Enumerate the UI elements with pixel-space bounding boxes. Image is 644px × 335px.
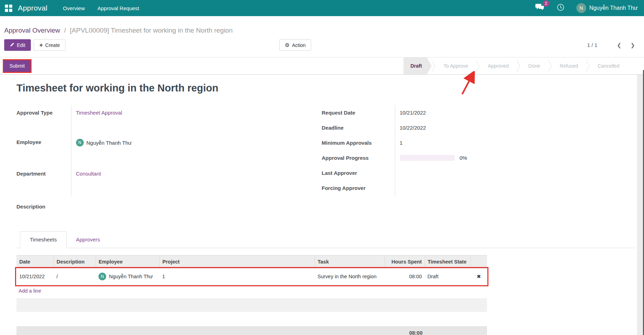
add-a-line-link[interactable]: Add a line — [16, 285, 487, 297]
column-header-timesheet-state[interactable]: Timesheet State — [425, 255, 471, 268]
field-label: Department — [16, 166, 71, 196]
field-minimum-approvals: Minimum Approvals 1 — [322, 135, 635, 150]
messages-button[interactable]: 2 — [535, 4, 545, 13]
deadline-value: 10/22/2022 — [395, 120, 635, 135]
field-label: Minimum Approvals — [322, 135, 395, 150]
timesheet-row[interactable]: 10/21/2022 / N Nguyễn Thanh Thư 1 Survey… — [16, 268, 487, 285]
nav-item-approval-request[interactable]: Approval Request — [91, 1, 145, 16]
column-header-date[interactable]: Date — [16, 255, 54, 268]
nav-item-overview[interactable]: Overview — [56, 1, 91, 16]
row-employee-avatar: N — [98, 273, 106, 280]
cell-timesheet-state[interactable]: Draft — [425, 268, 471, 285]
status-step-approved[interactable]: Approved — [480, 63, 516, 69]
pager-count: 1 / 1 — [587, 42, 597, 48]
field-label: Employee — [16, 135, 71, 166]
field-employee: Employee N Nguyễn Thanh Thư — [16, 135, 322, 166]
field-label: Last Approver — [322, 165, 395, 180]
status-step-to-approve[interactable]: To Approve — [436, 63, 476, 69]
field-label: Deadline — [322, 120, 395, 135]
status-step-refused[interactable]: Refused — [552, 63, 586, 69]
column-header-task[interactable]: Task — [315, 255, 385, 268]
notebook-tabs: Timesheets Approvers — [16, 231, 635, 248]
pager-next-icon[interactable]: ❯ — [630, 42, 635, 48]
table-footer: 08:00 — [16, 326, 487, 335]
breadcrumb-current: [APVL00009] Timesheet for working in the… — [70, 27, 233, 34]
control-panel: Edit + Create ⚙ Action 1 / 1 ❮ ❯ — [0, 39, 644, 51]
approval-progress-bar — [400, 155, 455, 161]
field-deadline: Deadline 10/22/2022 — [322, 120, 635, 135]
edit-button-label: Edit — [17, 42, 25, 48]
chevron-separator-icon — [516, 57, 521, 74]
status-step-draft[interactable]: Draft — [403, 57, 432, 74]
column-header-project[interactable]: Project — [159, 255, 315, 268]
cell-description[interactable]: / — [54, 268, 96, 285]
chevron-separator-icon — [476, 57, 480, 74]
gear-icon: ⚙ — [285, 43, 289, 48]
delete-row-icon[interactable]: ✖ — [471, 268, 487, 285]
record-title: Timesheet for working in the North regio… — [16, 82, 635, 94]
table-header-row: Date Description Employee Project Task H… — [16, 255, 487, 268]
chevron-separator-icon — [432, 57, 436, 74]
form-statusbar: Submit Draft To Approve Approved Done Re… — [0, 57, 644, 75]
last-approver-value — [395, 165, 635, 180]
employee-name[interactable]: Nguyễn Thanh Thư — [87, 139, 132, 146]
action-button[interactable]: ⚙ Action — [279, 39, 311, 51]
activity-button[interactable] — [557, 4, 564, 13]
empty-list-row — [16, 312, 487, 326]
field-last-approver: Last Approver — [322, 165, 635, 180]
empty-list-stripe — [16, 298, 487, 312]
status-step-cancelled[interactable]: Cancelled — [590, 63, 627, 69]
submit-button[interactable]: Submit — [4, 60, 30, 72]
top-navbar: Approval Overview Approval Request 2 N N… — [0, 0, 644, 16]
timesheet-table: Date Description Employee Project Task H… — [16, 255, 487, 285]
hours-spent-total: 08:00 — [385, 326, 425, 335]
cell-project[interactable]: 1 — [159, 268, 315, 285]
column-header-hours-spent[interactable]: Hours Spent — [385, 255, 425, 268]
minimum-approvals-value: 1 — [395, 135, 635, 150]
plus-icon: + — [39, 43, 43, 48]
tab-timesheets[interactable]: Timesheets — [20, 231, 67, 248]
field-department: Department Consultant — [16, 166, 322, 196]
employee-avatar: N — [76, 139, 84, 146]
forcing-approver-value — [395, 180, 635, 196]
field-label: Approval Progress — [322, 150, 395, 165]
tab-approvers[interactable]: Approvers — [67, 232, 109, 248]
breadcrumb: Approval Overview / [APVL00009] Timeshee… — [0, 16, 644, 34]
field-label: Request Date — [322, 105, 395, 120]
department-link[interactable]: Consultant — [76, 171, 101, 177]
vertical-scrollbar-track[interactable] — [637, 75, 643, 335]
field-groups: Approval Type Timesheet Approval Employe… — [16, 105, 635, 196]
cell-date[interactable]: 10/21/2022 — [16, 268, 54, 285]
action-button-label: Action — [292, 42, 306, 48]
user-name[interactable]: Nguyễn Thanh Thư — [589, 5, 638, 11]
cell-employee[interactable]: N Nguyễn Thanh Thư — [96, 268, 159, 285]
field-forcing-approver: Forcing Approver — [322, 180, 635, 196]
pencil-icon — [10, 42, 14, 48]
apps-menu-icon[interactable] — [5, 5, 12, 12]
approval-progress-value: 0% — [460, 155, 467, 161]
row-employee-name: Nguyễn Thanh Thư — [109, 274, 153, 279]
cell-hours-spent[interactable]: 08:00 — [385, 268, 425, 285]
create-button[interactable]: + Create — [34, 39, 66, 51]
breadcrumb-parent-link[interactable]: Approval Overview — [4, 27, 60, 34]
edit-button[interactable]: Edit — [4, 39, 31, 51]
cell-task[interactable]: Survey in the North region — [315, 268, 385, 285]
user-avatar[interactable]: N — [576, 3, 586, 13]
app-title: Approval — [18, 4, 47, 12]
field-group-left: Approval Type Timesheet Approval Employe… — [16, 105, 322, 196]
description-label: Description — [16, 203, 635, 210]
clock-icon — [557, 4, 564, 13]
approval-type-link[interactable]: Timesheet Approval — [76, 110, 122, 116]
form-sheet: Timesheet for working in the North regio… — [0, 75, 644, 335]
field-label: Forcing Approver — [322, 180, 395, 196]
field-group-right: Request Date 10/21/2022 Deadline 10/22/2… — [322, 105, 635, 196]
field-approval-type: Approval Type Timesheet Approval — [16, 105, 322, 135]
pager-prev-icon[interactable]: ❮ — [617, 42, 622, 48]
status-pipeline: Draft To Approve Approved Done Refused C… — [403, 57, 644, 74]
column-header-actions — [471, 255, 487, 268]
column-header-employee[interactable]: Employee — [96, 255, 159, 268]
column-header-description[interactable]: Description — [54, 255, 96, 268]
status-step-done[interactable]: Done — [521, 63, 548, 69]
field-label: Approval Type — [16, 105, 71, 135]
breadcrumb-separator: / — [64, 27, 66, 34]
